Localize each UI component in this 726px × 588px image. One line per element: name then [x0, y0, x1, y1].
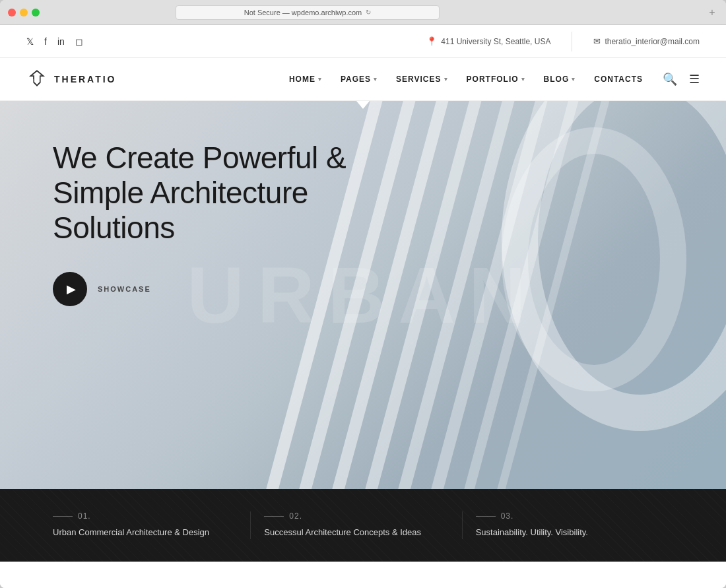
- nav-home[interactable]: HOME ▾: [289, 75, 322, 84]
- email-item: ✉ theratio_interior@mail.com: [593, 36, 700, 46]
- hero-content: We Create Powerful & Simple Architecture…: [0, 101, 396, 333]
- bottom-item-1: 01. Urban Commercial Architecture & Desi…: [53, 511, 250, 539]
- top-info-bar: 𝕏 f in ◻ 📍 411 University St, Seattle, U…: [0, 25, 726, 58]
- new-tab-button[interactable]: +: [706, 7, 718, 18]
- scroll-indicator: [356, 101, 370, 109]
- logo-icon: [26, 69, 48, 90]
- contact-info: 📍 411 University St, Seattle, USA ✉ ther…: [426, 32, 700, 51]
- minimize-button[interactable]: [20, 9, 28, 16]
- play-icon: ▶: [67, 282, 76, 296]
- item-line-2: [264, 516, 284, 517]
- instagram-icon[interactable]: ◻: [75, 36, 83, 47]
- nav-actions: 🔍 ☰: [663, 72, 700, 86]
- facebook-icon[interactable]: f: [44, 36, 47, 47]
- showcase-label: SHOWCASE: [98, 285, 151, 293]
- nav-contacts[interactable]: CONTACTS: [594, 75, 643, 84]
- location-icon: 📍: [426, 36, 437, 46]
- close-button[interactable]: [8, 9, 16, 16]
- nav-bar: THERATIO HOME ▾ PAGES ▾ SERVICES ▾ PORTF…: [0, 58, 726, 101]
- nav-services[interactable]: SERVICES ▾: [396, 75, 447, 84]
- chevron-down-icon: ▾: [444, 76, 448, 82]
- nav-pages[interactable]: PAGES ▾: [341, 75, 378, 84]
- item-line-1: [53, 516, 73, 517]
- item-line-3: [476, 516, 496, 517]
- maximize-button[interactable]: [32, 9, 40, 16]
- chevron-down-icon: ▾: [374, 76, 378, 82]
- search-icon[interactable]: 🔍: [663, 72, 677, 86]
- address-text: Not Secure — wpdemo.archiwp.com: [244, 9, 362, 16]
- bottom-item-number-2: 02.: [264, 511, 448, 521]
- email-label: theratio_interior@mail.com: [605, 37, 700, 46]
- hero-cta: ▶ SHOWCASE: [53, 272, 370, 306]
- nav-blog[interactable]: BLOG ▾: [544, 75, 576, 84]
- bottom-items: 01. Urban Commercial Architecture & Desi…: [53, 511, 673, 539]
- twitter-icon[interactable]: 𝕏: [26, 36, 34, 47]
- bottom-white-space: [0, 562, 726, 588]
- play-button[interactable]: ▶: [53, 272, 87, 306]
- logo-text: THERATIO: [54, 74, 117, 84]
- hero-section: URBAN We Create Powerful & Simple Archit…: [0, 101, 726, 489]
- linkedin-icon[interactable]: in: [57, 36, 65, 47]
- address-item: 📍 411 University St, Seattle, USA: [426, 36, 550, 46]
- chevron-down-icon: ▾: [521, 76, 525, 82]
- nav-portfolio[interactable]: PORTFOLIO ▾: [467, 75, 525, 84]
- bottom-item-text-2: Successul Architecture Concepts & Ideas: [264, 526, 448, 539]
- contact-divider: [572, 32, 572, 51]
- email-icon: ✉: [593, 36, 601, 46]
- browser-window: Not Secure — wpdemo.archiwp.com ↻ + 𝕏 f …: [0, 0, 726, 588]
- address-bar[interactable]: Not Secure — wpdemo.archiwp.com ↻: [176, 5, 440, 20]
- bottom-item-2: 02. Successul Architecture Concepts & Id…: [250, 511, 461, 539]
- bottom-item-text-1: Urban Commercial Architecture & Design: [53, 526, 237, 539]
- bottom-item-3: 03. Sustainability. Utility. Visibility.: [462, 511, 673, 539]
- website-content: 𝕏 f in ◻ 📍 411 University St, Seattle, U…: [0, 25, 726, 588]
- bottom-item-number-3: 03.: [476, 511, 660, 521]
- chevron-down-icon: ▾: [572, 76, 576, 82]
- nav-menu: HOME ▾ PAGES ▾ SERVICES ▾ PORTFOLIO ▾ BL…: [289, 75, 643, 84]
- address-label: 411 University St, Seattle, USA: [441, 37, 550, 46]
- chevron-down-icon: ▾: [318, 76, 322, 82]
- social-icons: 𝕏 f in ◻: [26, 36, 83, 47]
- bottom-bar: 01. Urban Commercial Architecture & Desi…: [0, 489, 726, 562]
- reload-icon[interactable]: ↻: [366, 9, 371, 16]
- menu-icon[interactable]: ☰: [689, 72, 700, 86]
- browser-titlebar: Not Secure — wpdemo.archiwp.com ↻ +: [0, 0, 726, 25]
- bottom-item-text-3: Sustainability. Utility. Visibility.: [476, 526, 660, 539]
- hero-title: We Create Powerful & Simple Architecture…: [53, 141, 370, 245]
- bottom-item-number-1: 01.: [53, 511, 237, 521]
- traffic-lights: [8, 9, 40, 16]
- logo[interactable]: THERATIO: [26, 69, 117, 90]
